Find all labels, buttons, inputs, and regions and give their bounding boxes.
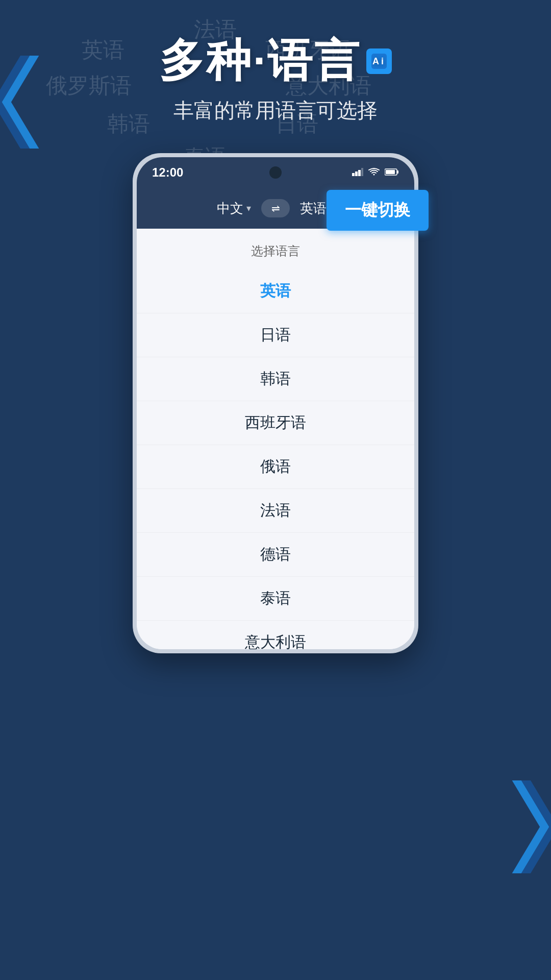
lang-item-korean[interactable]: 韩语 — [137, 357, 414, 401]
main-title: 多种·语言 Ai — [159, 31, 392, 91]
subtitle-text: 丰富的常用语言可选择 — [173, 96, 378, 125]
page-header: 多种·语言 Ai 丰富的常用语言可选择 — [0, 31, 551, 125]
phone-inner: 12:00 — [137, 157, 414, 649]
title-cube-icon: Ai — [366, 48, 392, 74]
right-chevron-icon — [500, 776, 551, 878]
language-list: 选择语言 英语 日语 韩语 西班牙语 俄语 法语 德语 泰语 — [137, 229, 414, 649]
lang-item-german[interactable]: 德语 — [137, 533, 414, 577]
main-title-text: 多种·语言 — [159, 31, 361, 91]
switch-button-label: 一键切换 — [345, 201, 410, 219]
swap-languages-button[interactable]: ⇌ — [261, 199, 290, 217]
one-click-switch-button[interactable]: 一键切换 — [327, 190, 429, 231]
svg-rect-7 — [355, 172, 358, 176]
lang-item-french[interactable]: 法语 — [137, 489, 414, 533]
status-icons — [352, 167, 399, 179]
signal-icon — [352, 167, 363, 179]
svg-rect-11 — [397, 170, 398, 174]
svg-rect-9 — [361, 168, 363, 176]
lang-item-japanese[interactable]: 日语 — [137, 313, 414, 357]
language-list-header: 选择语言 — [137, 229, 414, 270]
svg-marker-2 — [512, 780, 549, 873]
svg-marker-3 — [521, 780, 551, 873]
svg-text:Ai: Ai — [372, 56, 386, 66]
camera-notch — [269, 166, 282, 179]
source-lang-dropdown-arrow: ▾ — [246, 203, 251, 214]
lang-item-russian[interactable]: 俄语 — [137, 445, 414, 489]
source-lang-label: 中文 — [217, 200, 243, 217]
wifi-icon — [368, 167, 380, 179]
lang-item-english[interactable]: 英语 — [137, 270, 414, 313]
battery-icon — [385, 167, 399, 179]
svg-rect-8 — [358, 170, 361, 176]
target-lang-label: 英语 — [300, 200, 327, 217]
lang-item-spanish[interactable]: 西班牙语 — [137, 401, 414, 445]
lang-item-thai[interactable]: 泰语 — [137, 577, 414, 621]
svg-rect-6 — [352, 173, 355, 176]
svg-rect-12 — [386, 170, 395, 174]
lang-item-italian[interactable]: 意大利语 — [137, 621, 414, 649]
swap-icon: ⇌ — [271, 202, 280, 214]
source-lang-selector[interactable]: 中文 ▾ — [217, 200, 251, 217]
status-time: 12:00 — [152, 165, 183, 180]
